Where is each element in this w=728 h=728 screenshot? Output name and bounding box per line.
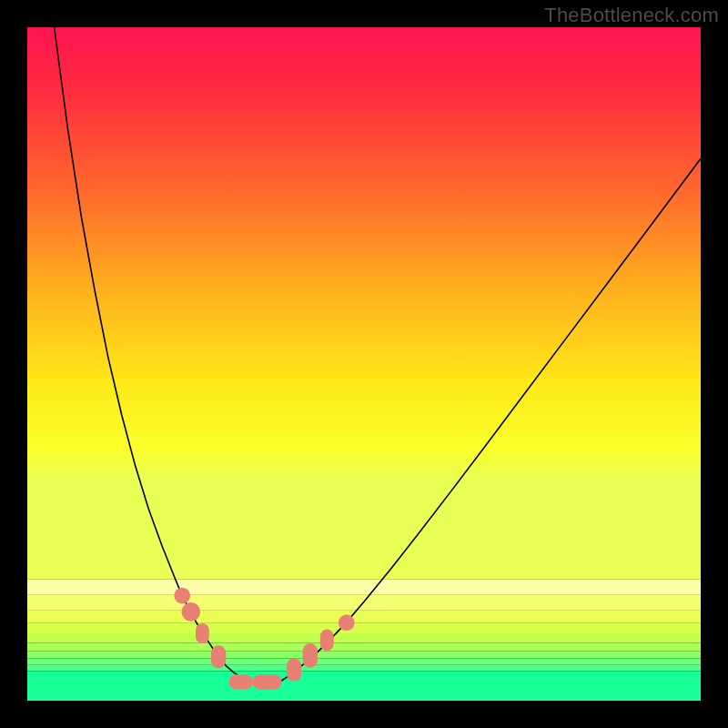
marker bbox=[287, 658, 301, 681]
svg-rect-9 bbox=[27, 665, 701, 672]
svg-rect-7 bbox=[27, 651, 701, 658]
marker bbox=[211, 645, 226, 668]
marker bbox=[228, 674, 253, 689]
chart-frame: TheBottleneck.com bbox=[0, 0, 728, 728]
marker bbox=[252, 674, 282, 689]
svg-rect-10 bbox=[27, 671, 701, 701]
watermark-text: TheBottleneck.com bbox=[544, 4, 719, 27]
svg-rect-3 bbox=[27, 611, 701, 622]
marker bbox=[320, 630, 334, 652]
marker bbox=[181, 602, 200, 622]
marker bbox=[339, 614, 355, 631]
marker bbox=[174, 588, 190, 604]
svg-rect-5 bbox=[27, 633, 701, 642]
svg-rect-0 bbox=[27, 27, 701, 580]
chart-background bbox=[27, 27, 701, 701]
marker bbox=[303, 643, 318, 668]
svg-rect-1 bbox=[27, 580, 701, 595]
svg-rect-6 bbox=[27, 642, 701, 651]
svg-rect-4 bbox=[27, 622, 701, 633]
marker bbox=[196, 623, 209, 643]
chart-plot bbox=[27, 27, 701, 701]
svg-rect-8 bbox=[27, 658, 701, 664]
